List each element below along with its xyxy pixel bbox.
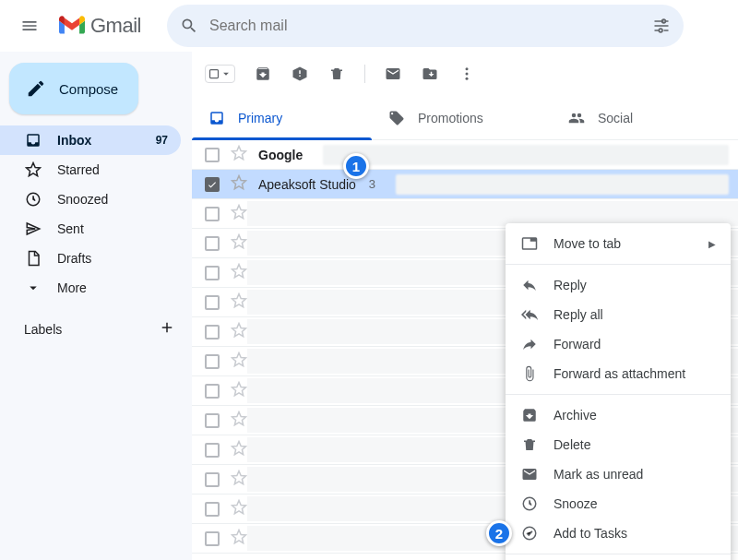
star-outline-icon: [231, 204, 247, 220]
star-button[interactable]: [231, 440, 247, 459]
row-checkbox[interactable]: [205, 502, 220, 517]
row-checkbox[interactable]: [205, 266, 220, 280]
star-button[interactable]: [231, 470, 247, 489]
inbox-icon: [208, 110, 225, 126]
plus-icon: [159, 319, 175, 336]
menu-delete[interactable]: Delete: [506, 430, 731, 459]
row-checkbox[interactable]: [205, 472, 220, 487]
sidebar-item-inbox[interactable]: Inbox 97: [0, 125, 181, 155]
email-row[interactable]: Google: [192, 140, 738, 170]
gmail-logo[interactable]: Gmail: [59, 14, 160, 38]
sidebar-item-label: Drafts: [57, 251, 91, 266]
check-icon: [207, 179, 218, 190]
main-menu-button[interactable]: [7, 4, 52, 48]
star-button[interactable]: [231, 204, 247, 223]
star-button[interactable]: [231, 292, 247, 312]
star-button[interactable]: [231, 499, 247, 518]
select-all-checkbox[interactable]: [205, 65, 235, 83]
menu-snooze[interactable]: Snooze: [506, 489, 731, 518]
tab-social[interactable]: Social: [552, 96, 732, 139]
menu-separator: [506, 554, 731, 554]
search-options-icon[interactable]: [652, 17, 671, 35]
sidebar-item-label: More: [57, 280, 87, 295]
annotation-callout-2: 2: [486, 520, 512, 546]
row-checkbox[interactable]: [205, 443, 220, 458]
sidebar-item-starred[interactable]: Starred: [0, 155, 181, 185]
sender-name: Apeaksoft Studio: [258, 177, 356, 192]
star-outline-icon: [231, 351, 247, 368]
sidebar-item-snoozed[interactable]: Snoozed: [0, 185, 181, 214]
star-button[interactable]: [231, 381, 247, 400]
star-button[interactable]: [231, 145, 247, 164]
main-panel: Primary Promotions Social Google Apeak: [192, 52, 738, 560]
more-vert-icon: [458, 66, 475, 82]
star-outline-icon: [231, 499, 247, 516]
search-input[interactable]: [209, 18, 641, 34]
sidebar-item-sent[interactable]: Sent: [0, 214, 181, 244]
sidebar-item-more[interactable]: More: [0, 273, 181, 303]
redacted-content: [396, 174, 729, 195]
email-row[interactable]: Apeaksoft Studio 3: [192, 170, 738, 199]
row-checkbox[interactable]: [205, 148, 220, 162]
star-button[interactable]: [231, 351, 247, 371]
row-checkbox[interactable]: [205, 354, 220, 369]
svg-point-4: [466, 67, 469, 70]
star-button[interactable]: [231, 411, 247, 430]
star-button[interactable]: [231, 322, 247, 341]
svg-point-0: [659, 29, 662, 32]
attachment-icon: [520, 365, 539, 382]
gmail-icon: [59, 16, 85, 36]
tag-icon: [388, 110, 405, 126]
toolbar-separator: [364, 65, 365, 83]
star-outline-icon: [231, 145, 247, 161]
mark-unread-button[interactable]: [376, 57, 410, 90]
forward-icon: [520, 336, 539, 352]
chevron-down-icon: [220, 67, 232, 80]
svg-rect-3: [210, 70, 219, 78]
search-bar[interactable]: [167, 5, 684, 47]
row-checkbox[interactable]: [205, 295, 220, 310]
menu-forward-attachment[interactable]: Forward as attachment: [506, 359, 731, 388]
tab-primary[interactable]: Primary: [192, 96, 372, 139]
menu-reply-all[interactable]: Reply all: [506, 300, 731, 329]
delete-button[interactable]: [320, 57, 353, 90]
row-checkbox[interactable]: [205, 384, 220, 399]
star-button[interactable]: [231, 263, 247, 282]
star-button[interactable]: [231, 233, 247, 253]
star-button[interactable]: [231, 174, 247, 194]
menu-add-tasks[interactable]: Add to Tasks: [506, 518, 731, 548]
tab-label: Primary: [238, 111, 282, 125]
add-label-button[interactable]: [159, 319, 175, 339]
menu-label: Move to tab: [554, 236, 621, 251]
labels-title: Labels: [24, 322, 62, 337]
menu-label: Forward: [554, 337, 601, 351]
star-button[interactable]: [231, 529, 247, 548]
menu-label: Forward as attachment: [554, 366, 685, 381]
row-checkbox[interactable]: [205, 413, 220, 428]
tab-icon: [520, 235, 539, 252]
sidebar-item-drafts[interactable]: Drafts: [0, 244, 181, 273]
star-icon: [24, 161, 42, 178]
menu-mark-unread[interactable]: Mark as unread: [506, 459, 731, 489]
checkbox-icon: [208, 68, 220, 79]
archive-button[interactable]: [246, 57, 280, 90]
row-checkbox[interactable]: [205, 207, 220, 221]
redacted-content: [247, 201, 738, 226]
menu-move-to-tab[interactable]: Move to tab ▶: [506, 229, 731, 258]
tab-promotions[interactable]: Promotions: [372, 96, 552, 139]
menu-forward[interactable]: Forward: [506, 329, 731, 359]
star-outline-icon: [231, 529, 247, 545]
move-to-button[interactable]: [413, 57, 446, 90]
menu-separator: [506, 394, 731, 395]
row-checkbox[interactable]: [205, 531, 220, 546]
mail-icon: [520, 466, 539, 483]
menu-archive[interactable]: Archive: [506, 400, 731, 430]
report-spam-button[interactable]: [283, 57, 316, 90]
archive-icon: [255, 66, 271, 82]
row-checkbox[interactable]: [205, 325, 220, 340]
compose-button[interactable]: Compose: [9, 63, 138, 114]
row-checkbox[interactable]: [205, 177, 220, 192]
more-button[interactable]: [450, 57, 483, 90]
menu-reply[interactable]: Reply: [506, 270, 731, 300]
row-checkbox[interactable]: [205, 236, 220, 251]
